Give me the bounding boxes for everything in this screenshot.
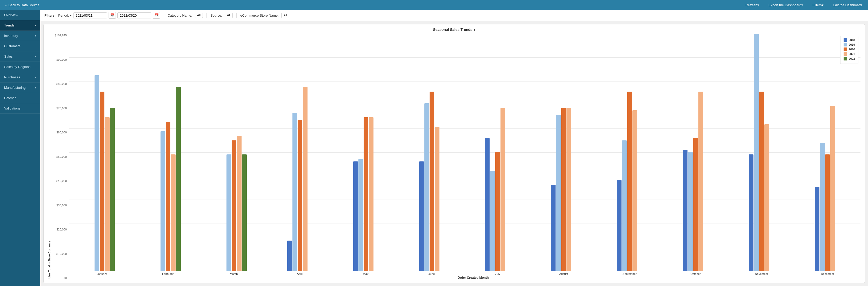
sidebar-item-label: Sales xyxy=(4,55,13,58)
chevron-icon: ▾ xyxy=(35,86,36,89)
bar-2022 xyxy=(242,154,247,271)
x-axis-label: October xyxy=(662,272,728,275)
sidebar-item-inventory[interactable]: Inventory▾ xyxy=(0,31,40,41)
y-axis-label: $50,000 xyxy=(56,155,67,158)
refresh-button[interactable]: Refresh▾ xyxy=(743,2,761,8)
legend-label: 2018 xyxy=(849,38,855,41)
main-layout: OverviewTrends▾Inventory▾CustomersSales▾… xyxy=(0,10,868,286)
bar-2019 xyxy=(688,152,693,271)
chevron-icon: ▾ xyxy=(35,76,36,78)
bar-2019 xyxy=(359,159,363,271)
legend-label: 2019 xyxy=(849,43,855,46)
sidebar-item-purchases[interactable]: Purchases▾ xyxy=(0,72,40,83)
sidebar-item-trends[interactable]: Trends▾ xyxy=(0,20,40,31)
source-label: Source: xyxy=(210,13,222,18)
store-chip[interactable]: All xyxy=(281,13,289,18)
sidebar-item-sales-by-regions[interactable]: Sales by Regions xyxy=(0,62,40,72)
bar-2018 xyxy=(683,150,687,271)
chart-inner: JanuaryFebruaryMarchAprilMayJuneJulyAugu… xyxy=(69,34,861,280)
category-chip[interactable]: All xyxy=(195,13,203,18)
sidebar-item-label: Batches xyxy=(4,96,17,100)
bar-2020 xyxy=(627,92,632,271)
sidebar-item-customers[interactable]: Customers xyxy=(0,41,40,52)
filters-button[interactable]: Filters▾ xyxy=(810,2,826,8)
sidebar-item-label: Inventory xyxy=(4,34,18,38)
bar-2019 xyxy=(424,103,429,271)
x-axis-label: March xyxy=(201,272,267,275)
date-end-input[interactable] xyxy=(117,12,151,19)
month-group xyxy=(728,34,795,271)
filter-separator-3 xyxy=(236,13,237,18)
x-axis-label: April xyxy=(267,272,333,275)
bar-2020 xyxy=(561,108,566,271)
y-axis-label: $30,000 xyxy=(56,204,67,207)
sidebar-item-batches[interactable]: Batches xyxy=(0,93,40,103)
x-axis-label: August xyxy=(531,272,597,275)
legend-label: 2022 xyxy=(849,57,855,60)
sidebar-item-overview[interactable]: Overview xyxy=(0,10,40,20)
bar-2020 xyxy=(825,154,830,271)
sidebar-item-manufacturing[interactable]: Manufacturing▾ xyxy=(0,83,40,93)
month-group xyxy=(135,34,201,271)
bar-2022 xyxy=(110,108,115,271)
sidebar-item-validations[interactable]: Validations xyxy=(0,103,40,114)
bar-2020 xyxy=(430,92,434,271)
top-nav: ← Back to Data Source Refresh▾ Export th… xyxy=(0,0,868,10)
edit-button[interactable]: Edit the Dashboard xyxy=(831,2,864,8)
months-group xyxy=(69,34,861,271)
sidebar-item-sales[interactable]: Sales▾ xyxy=(0,52,40,62)
legend-color-2018 xyxy=(844,38,847,42)
bar-2020 xyxy=(166,122,170,271)
bar-2019 xyxy=(160,131,165,271)
sidebar-item-label: Validations xyxy=(4,106,21,110)
filter-bar: Filters: Period: ▾ 📅 📅 Category Name: Al… xyxy=(40,10,868,21)
month-group xyxy=(201,34,267,271)
source-chip[interactable]: All xyxy=(225,13,233,18)
sidebar-item-label: Overview xyxy=(4,13,18,17)
month-group xyxy=(69,34,135,271)
month-group xyxy=(267,34,333,271)
bar-2018 xyxy=(551,185,556,271)
chart-area: Line Total in Base Currency $0$10,000$20… xyxy=(48,34,861,280)
x-axis-label: December xyxy=(795,272,861,275)
bar-2019 xyxy=(292,113,297,271)
legend-item-2020: 2020 xyxy=(844,47,855,51)
x-axis: JanuaryFebruaryMarchAprilMayJuneJulyAugu… xyxy=(69,272,861,275)
x-axis-label: September xyxy=(597,272,662,275)
bar-2021 xyxy=(566,108,571,271)
bar-2021 xyxy=(632,110,637,271)
sidebar-item-label: Customers xyxy=(4,44,21,48)
bar-2020 xyxy=(693,138,698,271)
chart-title: Seasonal Sales Trends ▾ xyxy=(48,28,861,32)
bar-2021 xyxy=(699,92,703,271)
sidebar-item-label: Manufacturing xyxy=(4,86,26,90)
bar-2020 xyxy=(100,92,104,271)
chart-legend: 20182019202020212022 xyxy=(840,36,858,64)
bar-2019 xyxy=(622,140,627,271)
chart-title-chevron[interactable]: ▾ xyxy=(473,28,475,32)
bar-2021 xyxy=(500,108,505,271)
y-axis-label: $70,000 xyxy=(56,107,67,110)
bar-2018 xyxy=(485,138,490,271)
bar-2021 xyxy=(105,117,110,271)
calendar-start-button[interactable]: 📅 xyxy=(108,12,116,19)
chevron-icon: ▾ xyxy=(35,24,36,27)
export-button[interactable]: Export the Dashboard▾ xyxy=(767,2,805,8)
back-button[interactable]: ← Back to Data Source xyxy=(4,3,39,7)
y-axis-label: $20,000 xyxy=(56,228,67,231)
legend-color-2019 xyxy=(844,43,847,46)
y-axis-label: $10,000 xyxy=(56,252,67,255)
x-axis-label: January xyxy=(69,272,135,275)
bar-2020 xyxy=(232,140,236,271)
date-start-input[interactable] xyxy=(73,12,107,19)
bar-2021 xyxy=(830,106,835,271)
calendar-end-button[interactable]: 📅 xyxy=(153,12,160,19)
y-axis: $0$10,000$20,000$30,000$40,000$50,000$60… xyxy=(52,34,69,280)
sidebar-item-label: Purchases xyxy=(4,75,20,79)
period-chevron[interactable]: ▾ xyxy=(70,13,72,18)
bar-2019 xyxy=(226,154,231,271)
bar-2020 xyxy=(495,152,500,271)
legend-color-2022 xyxy=(844,57,847,61)
bar-2021 xyxy=(303,87,308,271)
period-label: Period: ▾ xyxy=(58,13,72,18)
